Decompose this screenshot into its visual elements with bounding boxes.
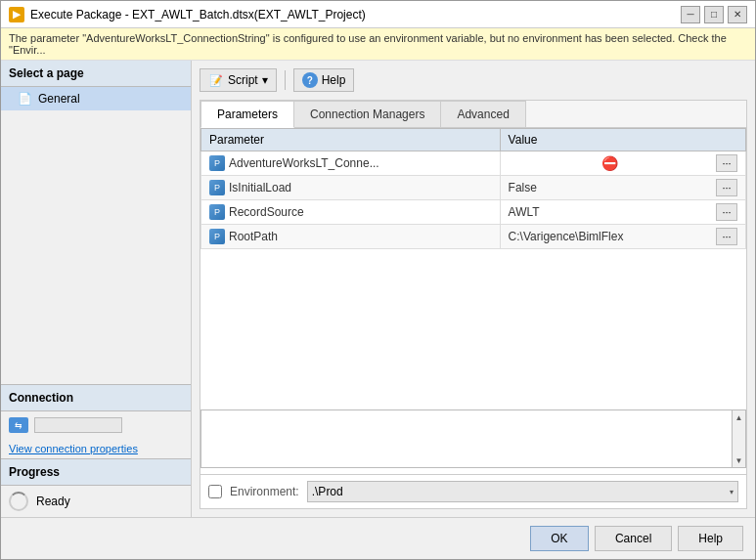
param-icon-1: P	[209, 180, 225, 195]
title-bar-controls: ─ □ ✕	[681, 6, 747, 23]
tab-content-parameters: Parameter Value P AdventureWorksLT_Conne…	[200, 128, 746, 508]
connection-section: Connection ⇆ View connection properties …	[1, 384, 191, 517]
param-value-3[interactable]: C:\Varigence\BimlFlex ···	[500, 225, 745, 249]
ellipsis-btn-2[interactable]: ···	[716, 203, 737, 221]
connection-item: ⇆	[1, 411, 191, 439]
script-label: Script	[228, 73, 258, 87]
environment-checkbox[interactable]	[208, 485, 222, 498]
cancel-button[interactable]: Cancel	[595, 526, 672, 551]
script-button[interactable]: 📝 Script ▾	[200, 68, 277, 92]
connection-icon: ⇆	[9, 417, 28, 433]
maximize-button[interactable]: □	[704, 6, 724, 23]
title-bar-left: ▶ Execute Package - EXT_AWLT_Batch.dtsx(…	[9, 7, 366, 22]
progress-item: Ready	[1, 486, 191, 517]
param-name-2: P RecordSource	[201, 200, 501, 225]
tab-connection-managers[interactable]: Connection Managers	[294, 101, 441, 127]
minimize-button[interactable]: ─	[681, 6, 700, 23]
ellipsis-btn-0[interactable]: ···	[716, 154, 737, 172]
help-toolbar-button[interactable]: ? Help	[293, 68, 355, 92]
output-scrollbar: ▲ ▼	[732, 410, 745, 467]
close-button[interactable]: ✕	[728, 6, 747, 23]
toolbar: 📝 Script ▾ ? Help	[200, 68, 747, 92]
tabs-row: Parameters Connection Managers Advanced	[200, 101, 746, 128]
select-page-label: Select a page	[1, 61, 191, 87]
table-row: P IsInitialLoad False ···	[201, 176, 746, 200]
bottom-bar: OK Cancel Help	[1, 517, 755, 559]
progress-spinner	[9, 492, 28, 511]
param-value-0[interactable]: ⛔ ···	[500, 151, 745, 176]
left-panel: Select a page 📄 General Connection ⇆ Vie…	[1, 61, 192, 517]
environment-label: Environment:	[230, 485, 299, 498]
tab-advanced[interactable]: Advanced	[441, 101, 525, 127]
param-value-1[interactable]: False ···	[500, 176, 745, 200]
scroll-down-arrow[interactable]: ▼	[734, 455, 744, 465]
progress-status: Ready	[36, 495, 70, 508]
output-area: ▲ ▼	[200, 409, 746, 468]
main-content: Select a page 📄 General Connection ⇆ Vie…	[1, 61, 755, 517]
param-name-1: P IsInitialLoad	[201, 176, 501, 200]
warning-text: The parameter "AdventureWorksLT_Connecti…	[9, 32, 747, 56]
col-header-parameter: Parameter	[201, 129, 501, 151]
table-row: P RootPath C:\Varigence\BimlFlex ···	[201, 225, 746, 249]
help-label: Help	[322, 73, 346, 87]
tab-parameters[interactable]: Parameters	[200, 101, 294, 128]
sidebar-item-label-general: General	[38, 92, 80, 106]
title-bar: ▶ Execute Package - EXT_AWLT_Batch.dtsx(…	[1, 1, 755, 28]
tabs-container: Parameters Connection Managers Advanced …	[200, 100, 747, 509]
param-name-3: P RootPath	[201, 225, 501, 249]
sidebar-item-general[interactable]: 📄 General	[1, 87, 191, 110]
main-window: ▶ Execute Package - EXT_AWLT_Batch.dtsx(…	[0, 0, 756, 560]
param-icon-0: P	[209, 155, 225, 171]
ellipsis-btn-3[interactable]: ···	[716, 228, 737, 245]
script-icon: 📝	[208, 72, 224, 88]
parameters-table: Parameter Value P AdventureWorksLT_Conne…	[200, 128, 746, 249]
help-button[interactable]: Help	[678, 526, 743, 551]
progress-section-label: Progress	[1, 458, 191, 486]
param-value-2[interactable]: AWLT ···	[500, 200, 745, 225]
error-icon-0: ⛔	[601, 155, 618, 171]
scroll-up-arrow[interactable]: ▲	[734, 412, 744, 422]
ok-button[interactable]: OK	[530, 526, 589, 551]
param-icon-2: P	[209, 204, 225, 220]
help-icon: ?	[302, 72, 318, 88]
general-icon: 📄	[17, 91, 32, 107]
connection-section-label: Connection	[1, 384, 191, 411]
dropdown-arrow-icon: ▾	[730, 488, 734, 496]
script-dropdown-arrow: ▾	[262, 73, 268, 87]
table-row: P AdventureWorksLT_Conne... ⛔ ···	[201, 151, 746, 176]
param-name-0: P AdventureWorksLT_Conne...	[201, 151, 501, 176]
right-panel: 📝 Script ▾ ? Help Parameters Connec	[192, 61, 755, 517]
ellipsis-btn-1[interactable]: ···	[716, 179, 737, 196]
window-title: Execute Package - EXT_AWLT_Batch.dtsx(EX…	[30, 8, 366, 22]
connection-name	[34, 417, 122, 433]
empty-area	[200, 249, 746, 404]
environment-dropdown[interactable]: .\Prod ▾	[307, 481, 738, 502]
param-icon-3: P	[209, 229, 225, 244]
app-icon: ▶	[9, 7, 24, 22]
environment-row: Environment: .\Prod ▾	[200, 474, 746, 508]
col-header-value: Value	[500, 129, 745, 151]
toolbar-separator	[285, 70, 286, 90]
warning-bar: The parameter "AdventureWorksLT_Connecti…	[1, 28, 755, 61]
view-connection-link[interactable]: View connection properties	[1, 439, 191, 458]
environment-value: .\Prod	[312, 485, 343, 498]
table-row: P RecordSource AWLT ···	[201, 200, 746, 225]
